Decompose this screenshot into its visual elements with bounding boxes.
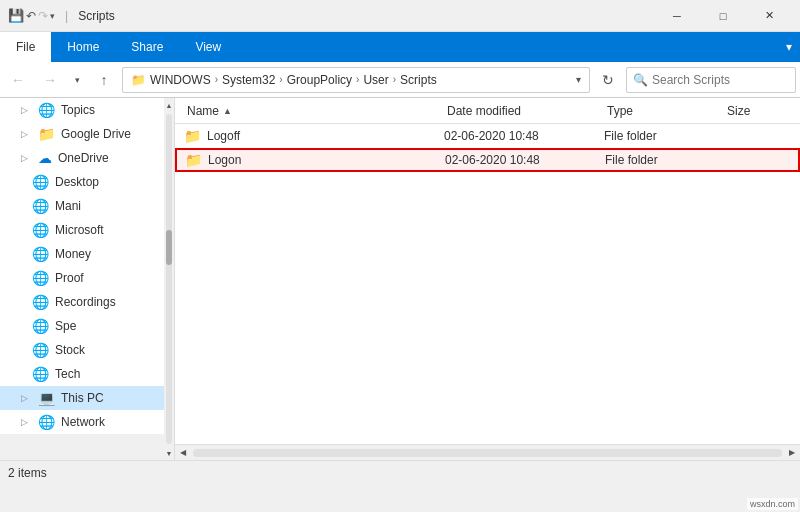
address-row: ← → ▾ ↑ 📁 WINDOWS › System32 › GroupPoli… — [0, 62, 800, 98]
col-header-name[interactable]: Name ▲ — [183, 104, 443, 118]
sidebar-item-money[interactable]: 🌐 Money — [0, 242, 164, 266]
sidebar-label-thispc: This PC — [61, 391, 104, 405]
address-bar[interactable]: 📁 WINDOWS › System32 › GroupPolicy › Use… — [122, 67, 590, 93]
breadcrumb-scripts[interactable]: Scripts — [400, 73, 437, 87]
ribbon-tabs: File Home Share View ▾ — [0, 32, 800, 62]
sidebar-item-stock[interactable]: 🌐 Stock — [0, 338, 164, 362]
up-button[interactable]: ↑ — [90, 66, 118, 94]
search-box[interactable]: 🔍 — [626, 67, 796, 93]
horizontal-scrollbar[interactable]: ◀ ▶ — [175, 444, 800, 460]
money-icon: 🌐 — [32, 246, 49, 262]
sidebar-scrollbar[interactable]: ▲ ▼ — [164, 98, 174, 460]
h-scroll-track[interactable] — [193, 449, 782, 457]
expand-icon[interactable]: ▷ — [16, 150, 32, 166]
sidebar-item-recordings[interactable]: 🌐 Recordings — [0, 290, 164, 314]
sidebar-item-topics[interactable]: ▷ 🌐 Topics — [0, 98, 164, 122]
recent-locations-button[interactable]: ▾ — [68, 66, 86, 94]
address-dropdown-icon[interactable]: ▾ — [576, 74, 581, 85]
sidebar-item-desktop[interactable]: 🌐 Desktop — [0, 170, 164, 194]
minimize-button[interactable]: ─ — [654, 0, 700, 32]
sidebar-label-mani: Mani — [55, 199, 81, 213]
scroll-track[interactable] — [166, 114, 172, 444]
scroll-left-button[interactable]: ◀ — [175, 445, 191, 461]
sidebar-label-spe: Spe — [55, 319, 76, 333]
tab-share[interactable]: Share — [115, 32, 179, 62]
sidebar-label-googledrive: Google Drive — [61, 127, 131, 141]
mani-icon: 🌐 — [32, 198, 49, 214]
ribbon-chevron-icon[interactable]: ▾ — [786, 40, 792, 54]
expand-icon[interactable]: ▷ — [16, 414, 32, 430]
table-row[interactable]: 📁 Logon 02-06-2020 10:48 File folder — [175, 148, 800, 172]
sidebar-item-googledrive[interactable]: ▷ 📁 Google Drive — [0, 122, 164, 146]
col-header-type[interactable]: Type — [603, 104, 723, 118]
scroll-down-button[interactable]: ▼ — [164, 446, 174, 460]
network-icon: 🌐 — [38, 414, 55, 430]
status-bar: 2 items — [0, 460, 800, 484]
close-button[interactable]: ✕ — [746, 0, 792, 32]
microsoft-icon: 🌐 — [32, 222, 49, 238]
expand-icon[interactable]: ▷ — [16, 126, 32, 142]
sidebar-label-network: Network — [61, 415, 105, 429]
expand-icon[interactable]: ▷ — [16, 102, 32, 118]
redo-icon[interactable]: ↷ — [38, 9, 48, 23]
stock-icon: 🌐 — [32, 342, 49, 358]
file-name-label: Logoff — [207, 129, 240, 143]
scroll-up-button[interactable]: ▲ — [164, 98, 174, 112]
file-date-logoff: 02-06-2020 10:48 — [444, 129, 604, 143]
forward-button[interactable]: → — [36, 66, 64, 94]
sidebar-item-spe[interactable]: 🌐 Spe — [0, 314, 164, 338]
back-button[interactable]: ← — [4, 66, 32, 94]
folder-icon: 📁 — [185, 152, 202, 168]
proof-icon: 🌐 — [32, 270, 49, 286]
search-input[interactable] — [652, 73, 789, 87]
column-headers: Name ▲ Date modified Type Size — [175, 98, 800, 124]
scroll-thumb[interactable] — [166, 230, 172, 265]
maximize-button[interactable]: □ — [700, 0, 746, 32]
sidebar-item-onedrive[interactable]: ▷ ☁ OneDrive — [0, 146, 164, 170]
thispc-icon: 💻 — [38, 390, 55, 406]
watermark: wsxdn.com — [747, 498, 798, 510]
spe-icon: 🌐 — [32, 318, 49, 334]
sidebar-label-stock: Stock — [55, 343, 85, 357]
sidebar: ▷ 🌐 Topics ▷ 📁 Google Drive ▷ ☁ OneDrive… — [0, 98, 175, 460]
sidebar-item-proof[interactable]: 🌐 Proof — [0, 266, 164, 290]
title-bar: 💾 ↶ ↷ ▾ | Scripts ─ □ ✕ — [0, 0, 800, 32]
col-header-date[interactable]: Date modified — [443, 104, 603, 118]
breadcrumb-user[interactable]: User — [363, 73, 388, 87]
sidebar-item-mani[interactable]: 🌐 Mani — [0, 194, 164, 218]
file-name-label: Logon — [208, 153, 241, 167]
sidebar-label-onedrive: OneDrive — [58, 151, 109, 165]
sidebar-label-money: Money — [55, 247, 91, 261]
save-icon[interactable]: 💾 — [8, 8, 24, 23]
file-name-logon: 📁 Logon — [185, 152, 445, 168]
breadcrumb-system32[interactable]: System32 — [222, 73, 275, 87]
sidebar-item-thispc[interactable]: ▷ 💻 This PC — [0, 386, 164, 410]
sidebar-item-tech[interactable]: 🌐 Tech — [0, 362, 164, 386]
sidebar-label-tech: Tech — [55, 367, 80, 381]
tab-file[interactable]: File — [0, 32, 51, 62]
table-row[interactable]: 📁 Logoff 02-06-2020 10:48 File folder — [175, 124, 800, 148]
sort-icon: ▲ — [223, 106, 232, 116]
undo-icon[interactable]: ↶ — [26, 9, 36, 23]
col-header-size[interactable]: Size — [723, 104, 800, 118]
search-icon: 🔍 — [633, 73, 648, 87]
breadcrumb-grouppolicy[interactable]: GroupPolicy — [287, 73, 352, 87]
tab-view[interactable]: View — [179, 32, 237, 62]
recordings-icon: 🌐 — [32, 294, 49, 310]
quick-dropdown-icon[interactable]: ▾ — [50, 11, 55, 21]
expand-icon[interactable]: ▷ — [16, 390, 32, 406]
tab-home[interactable]: Home — [51, 32, 115, 62]
scroll-right-button[interactable]: ▶ — [784, 445, 800, 461]
file-date-logon: 02-06-2020 10:48 — [445, 153, 605, 167]
breadcrumb-windows[interactable]: WINDOWS — [150, 73, 211, 87]
topics-icon: 🌐 — [38, 102, 55, 118]
sidebar-label-recordings: Recordings — [55, 295, 116, 309]
tech-icon: 🌐 — [32, 366, 49, 382]
googledrive-icon: 📁 — [38, 126, 55, 142]
refresh-button[interactable]: ↻ — [594, 66, 622, 94]
sidebar-scroll: ▷ 🌐 Topics ▷ 📁 Google Drive ▷ ☁ OneDrive… — [0, 98, 165, 434]
sidebar-item-microsoft[interactable]: 🌐 Microsoft — [0, 218, 164, 242]
sidebar-item-network[interactable]: ▷ 🌐 Network — [0, 410, 164, 434]
desktop-icon: 🌐 — [32, 174, 49, 190]
file-type-logoff: File folder — [604, 129, 724, 143]
